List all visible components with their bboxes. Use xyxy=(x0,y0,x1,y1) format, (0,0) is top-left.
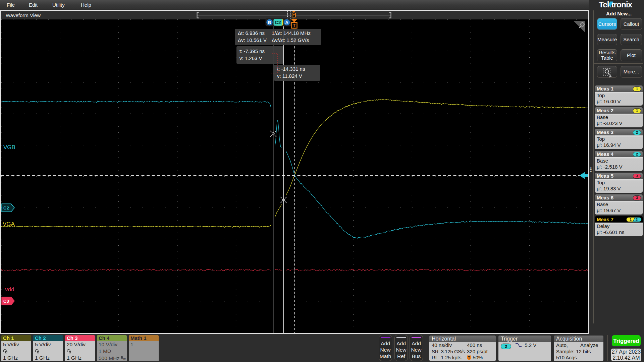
svg-text:T: T xyxy=(293,13,295,17)
svg-text:C2: C2 xyxy=(3,206,9,210)
svg-text:A: A xyxy=(285,20,288,25)
svg-text:2: 2 xyxy=(636,218,638,222)
svg-text:1: 1 xyxy=(630,218,632,222)
svg-text:C2: C2 xyxy=(275,20,281,25)
svg-text:Tektronix: Tektronix xyxy=(599,0,633,9)
svg-text:T: T xyxy=(293,23,296,28)
svg-text:B: B xyxy=(268,20,271,25)
svg-text:C3: C3 xyxy=(3,299,9,304)
